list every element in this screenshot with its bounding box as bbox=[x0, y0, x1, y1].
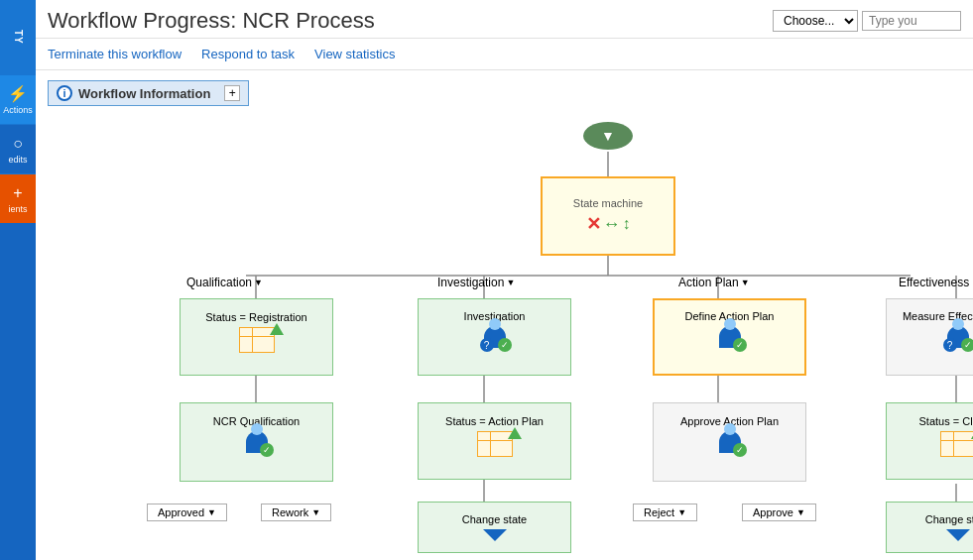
page-title: Workflow Progress: NCR Process bbox=[48, 8, 375, 34]
status-action-plan-node[interactable]: Status = Action Plan bbox=[418, 402, 571, 480]
effectiveness-col-label: Effectiveness bbox=[899, 276, 969, 289]
nav-links: Terminate this workflow Respond to task … bbox=[36, 39, 973, 70]
search-input[interactable] bbox=[862, 11, 961, 31]
investigation-node[interactable]: Investigation ✓ ? bbox=[418, 298, 571, 376]
col-header-qualification: Qualification ▼ bbox=[186, 276, 263, 289]
workflow-area: i Workflow Information + bbox=[36, 70, 973, 560]
topbar: Workflow Progress: NCR Process Choose... bbox=[36, 0, 973, 39]
approve-label: Approve bbox=[753, 506, 793, 518]
action-plan-col-label: Action Plan bbox=[678, 276, 739, 289]
change-state-inv-arrow bbox=[483, 529, 507, 541]
approve-action-plan-node[interactable]: Approve Action Plan ✓ bbox=[653, 402, 806, 482]
sidebar-clients-label: ients bbox=[8, 204, 27, 214]
rework-button[interactable]: Rework ▼ bbox=[261, 504, 331, 521]
ncr-qualification-node[interactable]: NCR Qualification ✓ bbox=[180, 402, 333, 482]
terminate-workflow-link[interactable]: Terminate this workflow bbox=[48, 47, 182, 61]
measure-effectiveness-node[interactable]: Measure Effectiveness ✓ ? bbox=[886, 298, 973, 376]
col-header-investigation: Investigation ▼ bbox=[437, 276, 515, 289]
state-machine-icons: ✕ ↔ ↕ bbox=[586, 213, 631, 235]
respond-task-link[interactable]: Respond to task bbox=[201, 47, 295, 61]
state-machine-node[interactable]: State machine ✕ ↔ ↕ bbox=[541, 176, 675, 256]
reject-label: Reject bbox=[644, 506, 674, 518]
status-registration-node[interactable]: Status = Registration bbox=[180, 298, 333, 376]
approved-arrow-icon: ▼ bbox=[207, 507, 216, 517]
actions-icon: ⚡ bbox=[8, 84, 28, 103]
change-state-eff-label: Change state bbox=[925, 513, 973, 525]
x-icon: ✕ bbox=[586, 213, 601, 235]
reject-arrow-icon: ▼ bbox=[677, 507, 686, 517]
y-icon: ↕ bbox=[623, 215, 631, 233]
define-action-plan-icon: ✓ bbox=[705, 326, 755, 364]
dropdown-arrow-icon: ▼ bbox=[601, 128, 615, 144]
rework-label: Rework bbox=[272, 506, 308, 518]
sidebar-app-label: TY bbox=[0, 0, 36, 74]
change-state-eff-arrow bbox=[946, 529, 970, 541]
col-header-effectiveness: Effectiveness ▼ bbox=[899, 276, 973, 289]
state-machine-label: State machine bbox=[573, 197, 643, 209]
sidebar-actions-button[interactable]: ⚡ Actions bbox=[0, 74, 36, 124]
sidebar-clients-button[interactable]: + ients bbox=[0, 173, 36, 223]
approve-button[interactable]: Approve ▼ bbox=[742, 504, 816, 521]
arrows-icon: ↔ bbox=[603, 214, 621, 235]
start-oval: ▼ bbox=[583, 122, 633, 150]
sidebar-edits-button[interactable]: ○ edits bbox=[0, 124, 36, 173]
info-icon: i bbox=[57, 85, 72, 101]
sidebar: TY ⚡ Actions ○ edits + ients bbox=[0, 0, 36, 560]
approved-button[interactable]: Approved ▼ bbox=[147, 504, 227, 521]
change-state-inv-label: Change state bbox=[462, 513, 527, 525]
status-closed-node[interactable]: Status = Closed bbox=[886, 402, 973, 480]
info-panel-label: Workflow Information bbox=[78, 86, 210, 101]
approve-action-plan-icon: ✓ bbox=[705, 431, 755, 469]
approved-label: Approved bbox=[158, 506, 204, 518]
status-closed-label: Status = Closed bbox=[919, 415, 973, 427]
status-action-plan-label: Status = Action Plan bbox=[445, 415, 544, 427]
change-state-investigation-node[interactable]: Change state bbox=[418, 502, 571, 553]
edits-icon: ○ bbox=[13, 135, 23, 153]
col-header-action-plan: Action Plan ▼ bbox=[678, 276, 750, 289]
status-closed-icon bbox=[933, 431, 974, 467]
status-reg-icon bbox=[232, 327, 282, 363]
workflow-info-panel[interactable]: i Workflow Information + bbox=[48, 80, 249, 106]
ncr-qual-icon: ✓ bbox=[232, 431, 282, 469]
define-action-plan-node[interactable]: Define Action Plan ✓ bbox=[653, 298, 806, 376]
qualification-dropdown-icon[interactable]: ▼ bbox=[254, 278, 263, 287]
reject-button[interactable]: Reject ▼ bbox=[633, 504, 697, 521]
sidebar-actions-label: Actions bbox=[3, 105, 33, 115]
investigation-dropdown-icon[interactable]: ▼ bbox=[506, 278, 515, 287]
info-panel-expand[interactable]: + bbox=[224, 85, 240, 101]
status-reg-label: Status = Registration bbox=[205, 311, 306, 323]
choose-select[interactable]: Choose... bbox=[773, 10, 858, 32]
main-content: Workflow Progress: NCR Process Choose...… bbox=[36, 0, 973, 560]
clients-icon: + bbox=[13, 184, 22, 202]
status-action-plan-icon bbox=[470, 431, 520, 467]
qualification-label: Qualification bbox=[186, 276, 252, 289]
flow-diagram: ▼ State machine ✕ ↔ ↕ Qualification ▼ bbox=[48, 122, 973, 560]
sidebar-edits-label: edits bbox=[8, 155, 27, 165]
measure-effectiveness-icon: ✓ ? bbox=[933, 326, 974, 364]
change-state-effectiveness-node[interactable]: Change state bbox=[886, 502, 973, 553]
action-plan-dropdown-icon[interactable]: ▼ bbox=[741, 278, 750, 287]
topbar-controls: Choose... bbox=[773, 10, 961, 32]
rework-arrow-icon: ▼ bbox=[311, 507, 320, 517]
investigation-col-label: Investigation bbox=[437, 276, 504, 289]
view-statistics-link[interactable]: View statistics bbox=[314, 47, 395, 61]
approve-arrow-icon: ▼ bbox=[796, 507, 805, 517]
investigation-icon: ✓ ? bbox=[470, 326, 520, 364]
